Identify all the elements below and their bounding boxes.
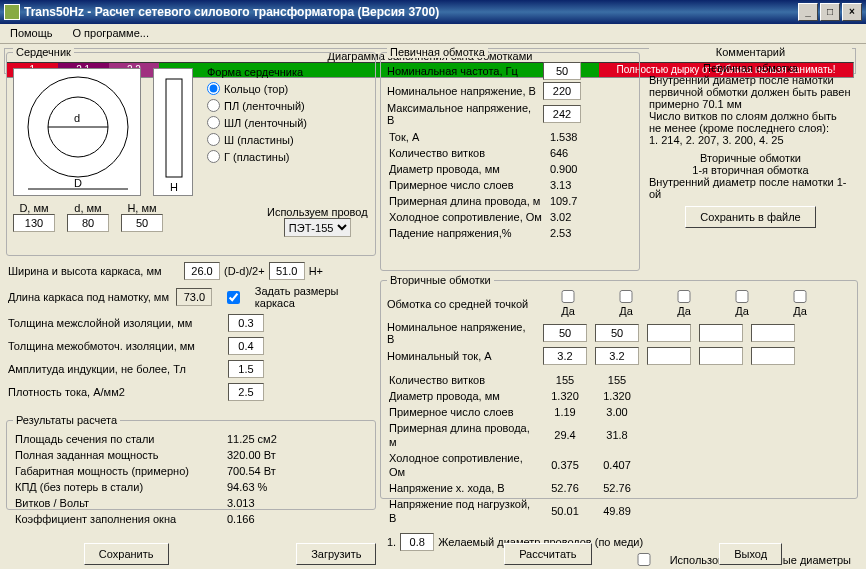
comment-legend: Комментарий xyxy=(649,46,852,58)
sec-v5[interactable] xyxy=(751,324,795,342)
results-legend: Результаты расчета xyxy=(13,414,120,426)
comment-fieldset: Комментарий Певичная обмотка Внутренний … xyxy=(643,46,858,271)
results-fieldset: Результаты расчета Площадь сечения по ст… xyxy=(6,414,376,510)
H-input[interactable] xyxy=(121,214,163,232)
load-button[interactable]: Загрузить xyxy=(296,543,376,565)
secondary-legend: Вторичные обмотки xyxy=(387,274,494,286)
induction-input[interactable] xyxy=(228,360,264,378)
d-input[interactable] xyxy=(67,214,109,232)
d-label: d, мм xyxy=(74,202,101,214)
sec-i5[interactable] xyxy=(751,347,795,365)
shape-pl-radio[interactable] xyxy=(207,99,220,112)
core-diagram: d D H xyxy=(13,68,141,196)
menu-about[interactable]: О программе... xyxy=(69,26,153,41)
app-icon xyxy=(4,4,20,20)
H-label: H, мм xyxy=(127,202,156,214)
frame-len-input xyxy=(176,288,212,306)
save-button[interactable]: Сохранить xyxy=(84,543,169,565)
secondary-fieldset: Вторичные обмотки Обмотка со средней точ… xyxy=(380,274,858,499)
close-button[interactable]: × xyxy=(842,3,862,21)
maximize-button[interactable]: □ xyxy=(820,3,840,21)
ct-5-check[interactable] xyxy=(778,290,822,303)
sec-v2[interactable] xyxy=(595,324,639,342)
D-label: D, мм xyxy=(19,202,48,214)
svg-rect-6 xyxy=(166,79,182,177)
volt-max-input[interactable] xyxy=(543,105,581,123)
ct-3-check[interactable] xyxy=(662,290,706,303)
core-legend: Сердечник xyxy=(13,46,74,58)
wire-select[interactable]: ПЭТ-155 xyxy=(284,218,351,237)
sec-i2[interactable] xyxy=(595,347,639,365)
title-bar: Trans50Hz - Расчет сетевого силового тра… xyxy=(0,0,866,24)
sec-v4[interactable] xyxy=(699,324,743,342)
shape-sh-radio[interactable] xyxy=(207,133,220,146)
ct-2-check[interactable] xyxy=(604,290,648,303)
set-sizes-check[interactable] xyxy=(216,291,250,304)
sec-v1[interactable] xyxy=(543,324,587,342)
calc-button[interactable]: Рассчитать xyxy=(504,543,591,565)
intercoil-input[interactable] xyxy=(228,337,264,355)
density-input[interactable] xyxy=(228,383,264,401)
sec-i4[interactable] xyxy=(699,347,743,365)
shape-g-radio[interactable] xyxy=(207,150,220,163)
menu-bar: Помощь О программе... xyxy=(0,24,866,44)
sec-i3[interactable] xyxy=(647,347,691,365)
secondary-calc-table: Количество витков155155 Диаметр провода,… xyxy=(387,371,647,527)
wire-label: Используем провод xyxy=(267,206,368,218)
primary-calc-table: Ток, A1.538 Количество витков646 Диаметр… xyxy=(387,128,585,242)
D-input[interactable] xyxy=(13,214,55,232)
sec-i1[interactable] xyxy=(543,347,587,365)
frame-h-input[interactable] xyxy=(269,262,305,280)
ct-1-check[interactable] xyxy=(546,290,590,303)
ct-4-check[interactable] xyxy=(720,290,764,303)
button-row: Сохранить Загрузить Рассчитать Выход xyxy=(0,543,866,565)
svg-text:H: H xyxy=(170,181,178,193)
frame-w-input[interactable] xyxy=(184,262,220,280)
core-fieldset: Сердечник d D H D, мм d, мм H, мм Форма … xyxy=(6,46,376,256)
sec-v3[interactable] xyxy=(647,324,691,342)
primary-fieldset: Певичная обмотка Номинальная частота, Гц… xyxy=(380,46,640,271)
volt-nom-input[interactable] xyxy=(543,82,581,100)
window-title: Trans50Hz - Расчет сетевого силового тра… xyxy=(24,5,439,19)
svg-text:D: D xyxy=(74,177,82,189)
freq-input[interactable] xyxy=(543,62,581,80)
shape-shl-radio[interactable] xyxy=(207,116,220,129)
exit-button[interactable]: Выход xyxy=(719,543,782,565)
save-comment-button[interactable]: Сохранить в файле xyxy=(685,206,815,228)
svg-text:d: d xyxy=(74,112,80,124)
form-label: Форма сердечника xyxy=(207,66,307,78)
primary-legend: Певичная обмотка xyxy=(387,46,488,58)
menu-help[interactable]: Помощь xyxy=(6,26,57,41)
minimize-button[interactable]: _ xyxy=(798,3,818,21)
shape-ring-radio[interactable] xyxy=(207,82,220,95)
left-params: Ширина и высота каркаса, мм (D-d)/2+ H+ … xyxy=(8,262,376,406)
interlayer-input[interactable] xyxy=(228,314,264,332)
